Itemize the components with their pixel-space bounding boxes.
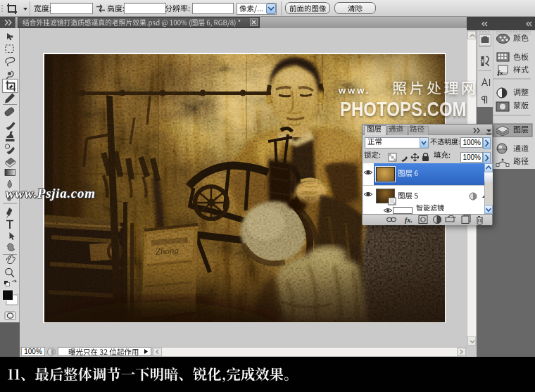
svg-text:fx: fx [498,69,503,76]
svg-text:fx.: fx. [405,216,413,224]
